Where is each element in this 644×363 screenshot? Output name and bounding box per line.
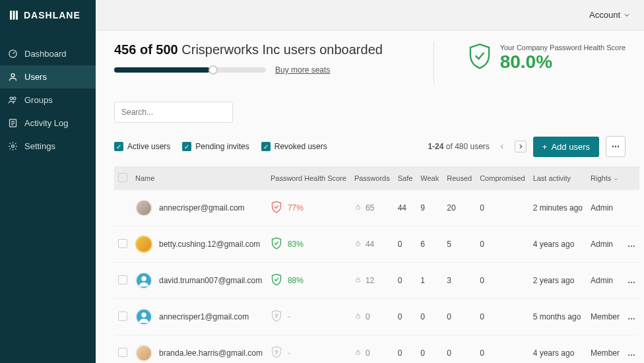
- brand-text: DASHLANE: [24, 10, 80, 20]
- sidebar-item-settings[interactable]: Settings: [0, 135, 96, 158]
- col-comp[interactable]: Compromised: [476, 166, 529, 190]
- compromised-value: 0: [476, 226, 529, 263]
- row-actions-button[interactable]: …: [624, 335, 639, 364]
- rights-value: Admin: [587, 190, 624, 226]
- score-value: 80.0%: [500, 51, 626, 73]
- password-count: 0: [354, 348, 390, 358]
- shield-icon: [271, 273, 282, 288]
- row-checkbox[interactable]: [118, 312, 127, 321]
- chevron-down-icon: [613, 176, 619, 182]
- table-row[interactable]: annecrisper1@gmail.com?-000005 months ag…: [114, 299, 639, 335]
- col-safe[interactable]: Safe: [394, 166, 417, 190]
- col-weak[interactable]: Weak: [416, 166, 443, 190]
- checkbox-icon: ✓: [182, 142, 191, 151]
- safe-value: 0: [394, 263, 417, 299]
- onboarding-title: 456 of 500 Crisperworks Inc users onboar…: [114, 42, 401, 57]
- svg-point-1: [11, 74, 15, 77]
- sidebar-item-users[interactable]: Users: [0, 65, 96, 88]
- user-cell: annecrisper1@gmail.com: [135, 308, 263, 325]
- password-count: 0: [354, 312, 390, 322]
- onboarding-count: 456 of 500: [114, 42, 178, 57]
- next-page-button[interactable]: [515, 141, 527, 152]
- table-row[interactable]: betty.cushing.12@gmail.com83%4406504 yea…: [114, 226, 639, 263]
- col-pw[interactable]: Passwords: [350, 166, 394, 190]
- user-email: david.truman007@gmail.com: [159, 276, 262, 285]
- sidebar-item-dashboard[interactable]: Dashboard: [0, 42, 96, 65]
- compromised-value: 0: [476, 335, 529, 364]
- col-last[interactable]: Last activity: [529, 166, 587, 190]
- row-actions-button[interactable]: …: [624, 299, 639, 335]
- search-input[interactable]: [114, 102, 233, 123]
- svg-rect-14: [356, 352, 360, 354]
- row-checkbox[interactable]: [118, 275, 127, 284]
- svg-point-10: [141, 313, 146, 317]
- avatar: [135, 345, 152, 362]
- user-email: annecrisper@gmail.com: [159, 203, 245, 213]
- safe-value: 0: [394, 335, 417, 364]
- chevron-right-icon: [517, 143, 524, 150]
- phs-value: -: [288, 348, 290, 358]
- filters: ✓Active users ✓Pending invites ✓Revoked …: [114, 142, 327, 151]
- user-email: branda.lee.harris@gmail.com: [159, 348, 263, 358]
- phs-value: -: [288, 312, 290, 321]
- reused-value: 5: [443, 226, 476, 263]
- table-row[interactable]: david.truman007@gmail.com88%1201302 year…: [114, 263, 639, 299]
- reused-value: 3: [443, 263, 476, 299]
- hero: 456 of 500 Crisperworks Inc users onboar…: [114, 42, 626, 84]
- table-row[interactable]: annecrisper@gmail.com77%654492002 minute…: [114, 190, 639, 226]
- svg-rect-9: [356, 279, 360, 282]
- col-reused[interactable]: Reused: [443, 166, 476, 190]
- password-health: ?-: [271, 310, 346, 325]
- reused-value: 0: [443, 299, 476, 335]
- rights-value: Member: [587, 335, 624, 364]
- progress-knob[interactable]: [209, 65, 218, 75]
- sidebar-item-label: Groups: [24, 95, 53, 105]
- users-table: Name Password Health Score Passwords Saf…: [114, 166, 639, 363]
- row-actions-button[interactable]: …: [624, 263, 639, 299]
- select-all-checkbox[interactable]: [118, 173, 127, 182]
- phs-value: 77%: [288, 203, 304, 213]
- prev-page-button[interactable]: [496, 141, 508, 152]
- gear-icon: [8, 141, 18, 151]
- lock-icon: [354, 348, 362, 358]
- filter-pending-invites[interactable]: ✓Pending invites: [182, 142, 249, 151]
- row-checkbox[interactable]: [118, 239, 127, 248]
- log-icon: [8, 118, 18, 128]
- col-phs[interactable]: Password Health Score: [267, 166, 350, 190]
- avatar: [135, 308, 152, 325]
- table-row[interactable]: branda.lee.harris@gmail.com?-000004 year…: [114, 335, 639, 364]
- password-health: 77%: [271, 201, 346, 216]
- weak-value: 6: [416, 226, 443, 263]
- row-actions-button[interactable]: [624, 190, 639, 226]
- password-health: 83%: [271, 237, 346, 252]
- rights-value: Member: [587, 299, 624, 335]
- user-cell: betty.cushing.12@gmail.com: [135, 236, 263, 253]
- more-actions-button[interactable]: ⋯: [606, 136, 626, 157]
- filter-revoked-users[interactable]: ✓Revoked users: [261, 142, 327, 151]
- col-rights[interactable]: Rights: [587, 166, 624, 190]
- sidebar-item-groups[interactable]: Groups: [0, 88, 96, 112]
- compromised-value: 0: [476, 190, 529, 226]
- add-users-button[interactable]: +Add users: [533, 137, 599, 157]
- user-cell: david.truman007@gmail.com: [135, 272, 263, 289]
- lock-icon: [354, 312, 362, 322]
- password-count: 65: [354, 203, 390, 213]
- buy-seats-link[interactable]: Buy more seats: [275, 65, 330, 75]
- filter-active-users[interactable]: ✓Active users: [114, 142, 170, 151]
- sidebar-item-activity-log[interactable]: Activity Log: [0, 112, 96, 135]
- avatar: [135, 272, 152, 289]
- col-name[interactable]: Name: [131, 166, 267, 190]
- pager: 1-24 of 480 users +Add users ⋯: [428, 136, 626, 157]
- user-email: annecrisper1@gmail.com: [159, 312, 249, 321]
- divider: [434, 42, 434, 84]
- gauge-icon: [8, 49, 18, 59]
- row-actions-button[interactable]: …: [624, 226, 639, 263]
- user-cell: branda.lee.harris@gmail.com: [135, 345, 263, 362]
- account-menu[interactable]: Account: [589, 10, 631, 20]
- last-activity: 4 years ago: [529, 226, 587, 263]
- chevron-down-icon: [623, 11, 631, 19]
- weak-value: 1: [416, 263, 443, 299]
- topbar: Account: [96, 0, 644, 30]
- row-checkbox[interactable]: [118, 348, 127, 357]
- phs-value: 83%: [288, 240, 304, 249]
